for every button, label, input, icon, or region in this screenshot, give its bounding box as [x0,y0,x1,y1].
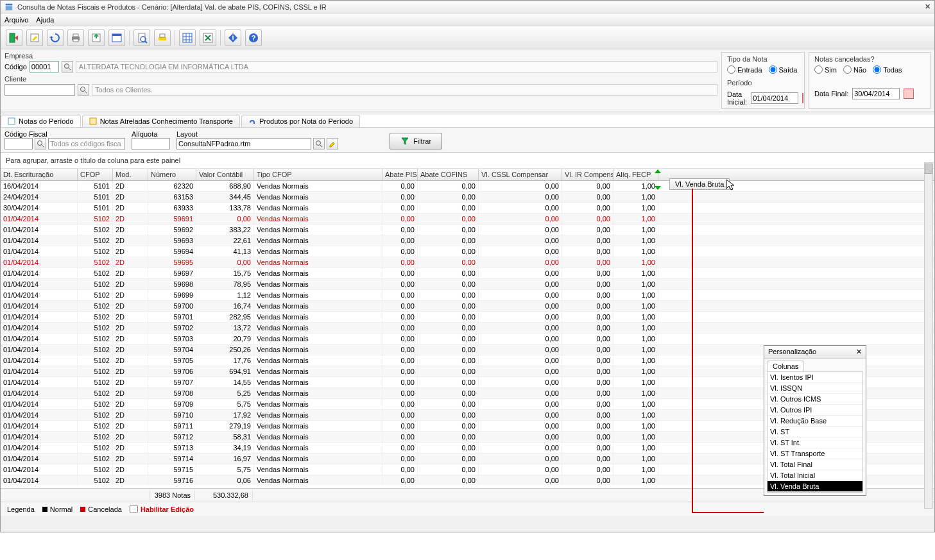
layout-edit-icon[interactable] [327,138,338,149]
aliquota-input[interactable] [132,138,170,149]
filtrar-button[interactable]: Filtrar [390,133,442,149]
tab-notas-atreladas[interactable]: Notas Atreladas Conhecimento Transporte [82,115,240,127]
table-row[interactable]: 01/04/201451022D596910,00Vendas Normais0… [1,214,934,225]
column-header-cfop[interactable]: CFOP [78,169,113,180]
undo-icon[interactable] [47,30,64,46]
cliente-label: Cliente [4,75,717,83]
radio-entrada[interactable]: Entrada [727,65,762,74]
data-inicial-input[interactable] [751,92,798,104]
personalization-item[interactable]: Vl. Total Inicial [768,470,862,481]
column-header-tipo[interactable]: Tipo CFOP [254,169,382,180]
personalization-item[interactable]: Vl. Isentos IPI [768,372,862,383]
svg-rect-12 [183,33,192,42]
codfiscal-search-icon[interactable] [35,138,46,149]
cell-apis: 0,00 [382,279,418,289]
cell-mod: 2D [113,399,148,409]
toolbar: i ? [1,26,934,49]
table-row[interactable]: 30/04/201451012D63933133,78Vendas Normai… [1,203,934,214]
codfiscal-input[interactable] [4,138,33,149]
cell-cssl: 0,00 [479,377,562,387]
column-header-val[interactable]: Valor Contábil [196,169,254,180]
column-header-dt[interactable]: Dt. Escrituração [1,169,78,180]
radio-todas[interactable]: Todas [873,65,902,74]
help-icon[interactable]: ? [245,30,262,46]
cell-ir: 0,00 [562,410,613,420]
personalization-item[interactable]: Vl. ST Int. [768,437,862,448]
menu-arquivo[interactable]: Arquivo [4,16,28,24]
calendar-icon[interactable] [904,89,914,99]
table-row[interactable]: 01/04/201451022D5970320,79Vendas Normais… [1,334,934,344]
personalization-item[interactable]: Vl. ST [768,427,862,437]
radio-nao[interactable]: Não [843,65,866,74]
personalization-item[interactable]: Vl. ISSQN [768,383,862,394]
cell-val: 20,79 [196,334,254,344]
table-row[interactable]: 01/04/201451022D5970213,72Vendas Normais… [1,323,934,334]
personalization-tab-colunas[interactable]: Colunas [767,361,804,371]
table-row[interactable]: 01/04/201451022D5969878,95Vendas Normais… [1,279,934,290]
personalization-panel[interactable]: Personalização ✕ Colunas Vl. Isentos IPI… [764,345,866,496]
table-row[interactable]: 01/04/201451022D596991,12Vendas Normais0… [1,290,934,301]
personalization-item[interactable]: Vl. Venda Bruta [768,481,862,492]
close-icon[interactable]: ✕ [925,3,931,11]
personalization-item[interactable]: Vl. ST Transporte [768,448,862,459]
table-row[interactable]: 01/04/201451022D596950,00Vendas Normais0… [1,257,934,268]
personalization-list[interactable]: Vl. Isentos IPIVl. ISSQNVl. Outros ICMSV… [767,371,863,493]
cell-cssl: 0,00 [479,225,562,235]
cell-fecp: 1,00 [613,377,658,387]
cliente-search-icon[interactable] [78,84,89,96]
habilitar-edicao-checkbox[interactable]: Habilitar Edição [130,505,194,513]
calendar-icon[interactable] [802,93,803,103]
table-row[interactable]: 01/04/201451022D5970016,74Vendas Normais… [1,301,934,312]
cell-acof: 0,00 [418,235,479,246]
column-header-mod[interactable]: Mod. [113,169,148,180]
column-header-acof[interactable]: Abate COFINS [418,169,479,180]
edit-icon[interactable] [26,30,43,46]
column-header-apis[interactable]: Abate PIS [382,169,418,180]
column-header-ir[interactable]: Vl. IR Compensar [562,169,613,180]
empresa-search-icon[interactable] [62,61,73,72]
scrollbar[interactable] [924,162,933,509]
codfiscal-desc [48,138,125,149]
cell-apis: 0,00 [382,246,418,257]
personalization-item[interactable]: Vl. Outros ICMS [768,394,862,405]
table-row[interactable]: 01/04/201451022D5969322,61Vendas Normais… [1,235,934,246]
personalization-close-icon[interactable]: ✕ [856,348,862,356]
radio-saida[interactable]: Saída [769,65,798,74]
table-row[interactable]: 01/04/201451022D5969715,75Vendas Normais… [1,268,934,279]
cliente-input[interactable] [4,84,75,96]
cell-cssl: 0,00 [479,323,562,333]
table-row[interactable]: 16/04/201451012D62320688,90Vendas Normai… [1,181,934,192]
layout-search-icon[interactable] [313,138,325,149]
exit-icon[interactable] [6,30,22,46]
table-row[interactable]: 01/04/201451022D59701282,95Vendas Normai… [1,312,934,323]
table-row[interactable]: 24/04/201451012D63153344,45Vendas Normai… [1,192,934,203]
codigo-input[interactable] [30,61,59,72]
floating-column-header[interactable]: Vl. Venda Bruta [669,178,730,190]
radio-sim[interactable]: Sim [814,65,837,74]
table-row[interactable]: 01/04/201451022D5969441,13Vendas Normais… [1,246,934,257]
tab-produtos[interactable]: Produtos por Nota do Período [241,115,360,127]
export-icon[interactable] [88,30,105,46]
cell-acof: 0,00 [418,377,479,387]
cell-mod: 2D [113,432,148,442]
cell-tipo: Vendas Normais [254,192,382,202]
window-icon[interactable] [108,30,125,46]
layout-input[interactable] [176,138,311,149]
tab-notas-periodo[interactable]: Notas do Período [1,115,81,127]
personalization-item[interactable]: Vl. Total Final [768,459,862,470]
printer-icon[interactable] [154,30,171,46]
table-row[interactable]: 01/04/201451022D59692383,22Vendas Normai… [1,225,934,235]
app-icon [4,3,13,12]
legend-normal: Normal [42,505,73,513]
grid-icon[interactable] [179,30,196,46]
info-icon[interactable]: i [225,30,241,46]
column-header-num[interactable]: Número [148,169,196,180]
column-header-cssl[interactable]: Vl. CSSL Compensar [479,169,562,180]
excel-icon[interactable] [200,30,216,46]
personalization-item[interactable]: Vl. Redução Base [768,416,862,427]
personalization-item[interactable]: Vl. Outros IPI [768,405,862,416]
menu-ajuda[interactable]: Ajuda [36,16,54,24]
preview-icon[interactable] [133,30,150,46]
print-icon[interactable] [67,30,84,46]
data-final-input[interactable] [852,88,900,99]
